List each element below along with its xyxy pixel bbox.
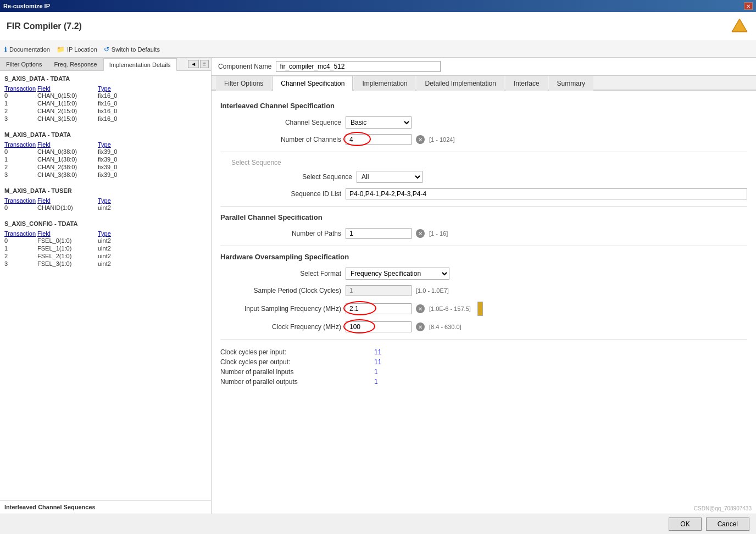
col-transaction-tu[interactable]: Transaction [4, 197, 37, 204]
sample-period-label: Sample Period (Clock Cycles) [220, 287, 341, 294]
parallel-outputs-label: Number of parallel outputs [220, 378, 374, 386]
col-field-m[interactable]: Field [37, 141, 98, 148]
close-button[interactable]: ✕ [744, 2, 753, 10]
freq-slider-indicator[interactable] [477, 302, 483, 316]
number-of-channels-input[interactable] [346, 134, 412, 145]
col-transaction[interactable]: Transaction [4, 85, 37, 92]
col-field-sc[interactable]: Field [37, 230, 98, 237]
tab-implementation-details[interactable]: Implementation Details [103, 58, 177, 71]
summary-section: Clock cycles per input: 11 Clock cycles … [220, 348, 747, 386]
table-row: 0CHAN_0(15:0)fix16_0 [4, 92, 207, 99]
channel-sequence-select[interactable]: Basic Advanced [346, 116, 412, 129]
select-sequence-row: Select Sequence All [231, 171, 747, 183]
clock-freq-clear[interactable]: ✕ [416, 322, 425, 331]
tab-symbol[interactable]: Filter Options [0, 58, 48, 70]
m-axis-tuser-title: M_AXIS_DATA - TUSER [4, 187, 207, 194]
sample-period-range: [1.0 - 1.0E7] [416, 287, 449, 294]
col-transaction-sc[interactable]: Transaction [4, 230, 37, 237]
right-panel: Component Name Filter Options Channel Sp… [212, 58, 756, 514]
input-sampling-freq-input[interactable] [346, 303, 412, 314]
tab-implementation[interactable]: Implementation [354, 76, 415, 91]
main-tabs-bar: Filter Options Channel Specification Imp… [212, 76, 756, 91]
number-of-paths-clear[interactable]: ✕ [416, 229, 425, 238]
title-bar: Re-customize IP ✕ [0, 0, 756, 12]
sequence-id-list-input[interactable] [346, 188, 747, 199]
tab-menu-button[interactable]: ≡ [200, 60, 209, 68]
title-bar-text: Re-customize IP [3, 3, 50, 9]
number-of-channels-label: Number of Channels [220, 136, 341, 143]
m-axis-data-tuser-section: M_AXIS_DATA - TUSER Transaction Field Ty… [4, 187, 207, 212]
sample-period-input[interactable] [346, 285, 412, 296]
clock-cycles-output-label: Clock cycles per output: [220, 358, 374, 366]
clock-cycles-output-value: 11 [374, 358, 381, 366]
channel-sequence-label: Channel Sequence [220, 119, 341, 126]
select-format-select[interactable]: Frequency Specification Hardware Oversam… [346, 268, 449, 280]
component-name-input[interactable] [276, 61, 441, 72]
number-of-paths-input[interactable] [346, 228, 412, 239]
interleaved-channel-sequences-label: Interleaved Channel Sequences [0, 500, 211, 514]
s-axis-data-title: S_AXIS_DATA - TDATA [4, 75, 207, 82]
tab-channel-specification[interactable]: Channel Specification [273, 76, 353, 91]
component-name-label: Component Name [218, 63, 271, 70]
s-axis-config-section: S_AXIS_CONFIG - TDATA Transaction Field … [4, 220, 207, 268]
number-of-channels-range: [1 - 1024] [429, 136, 454, 143]
input-sampling-freq-range: [1.0E-6 - 157.5] [429, 305, 471, 312]
bottom-bar: OK Cancel [0, 514, 756, 534]
parallel-inputs-value: 1 [374, 368, 378, 376]
m-axis-tuser-table: Transaction Field Type 0CHANID(1:0)uint2 [4, 197, 207, 212]
tab-detailed-implementation[interactable]: Detailed Implementation [416, 76, 504, 91]
number-of-paths-row: Number of Paths ✕ [1 - 16] [220, 228, 747, 239]
watermark: CSDN@qq_708907433 [694, 505, 752, 511]
summary-row-1: Clock cycles per input: 11 [220, 348, 747, 356]
number-of-channels-clear[interactable]: ✕ [416, 135, 425, 144]
s-axis-header: Transaction Field Type [4, 85, 207, 92]
sequence-id-list-row: Sequence ID List [220, 188, 747, 199]
clock-freq-input[interactable] [346, 321, 412, 332]
m-axis-data-title: M_AXIS_DATA - TDATA [4, 131, 207, 138]
col-type-m[interactable]: Type [98, 141, 142, 148]
content-area: Filter Options Freq. Response Implementa… [0, 58, 756, 514]
tab-nav: ◄ ≡ [188, 60, 211, 68]
input-sampling-freq-clear[interactable]: ✕ [416, 304, 425, 313]
select-sequence-header: Select Sequence [231, 159, 747, 166]
switch-to-defaults-link[interactable]: ↺ Switch to Defaults [104, 46, 160, 53]
switch-defaults-label: Switch to Defaults [112, 46, 160, 53]
m-axis-header: Transaction Field Type [4, 141, 207, 148]
component-name-bar: Component Name [212, 58, 756, 76]
col-field-tu[interactable]: Field [37, 197, 98, 204]
parallel-section-header: Parallel Channel Specification [220, 213, 747, 221]
s-axis-config-header: Transaction Field Type [4, 230, 207, 237]
number-of-paths-label: Number of Paths [220, 230, 341, 237]
input-freq-wrapper [346, 303, 412, 314]
number-of-paths-range: [1 - 16] [429, 230, 448, 237]
ip-location-link[interactable]: 📁 IP Location [57, 46, 97, 53]
s-axis-data-tdata-section: S_AXIS_DATA - TDATA Transaction Field Ty… [4, 75, 207, 123]
number-of-channels-row: Number of Channels ✕ [1 - 1024] [220, 134, 747, 145]
tab-freq-response[interactable]: Freq. Response [48, 58, 103, 70]
table-row: 1CHAN_1(15:0)fix16_0 [4, 99, 207, 107]
documentation-link[interactable]: ℹ Documentation [4, 46, 50, 53]
tab-summary[interactable]: Summary [549, 76, 593, 91]
clock-cycles-input-label: Clock cycles per input: [220, 348, 374, 356]
select-format-row: Select Format Frequency Specification Ha… [220, 268, 747, 280]
table-row: 3CHAN_3(15:0)fix16_0 [4, 115, 207, 123]
select-sequence-label: Select Sequence [231, 173, 352, 181]
table-row: 2CHAN_2(38:0)fix39_0 [4, 163, 207, 171]
col-type-tu[interactable]: Type [98, 197, 142, 204]
app-logo [730, 16, 749, 36]
tab-filter-options[interactable]: Filter Options [216, 76, 271, 91]
col-type[interactable]: Type [98, 85, 142, 92]
tab-prev-button[interactable]: ◄ [188, 60, 199, 68]
tab-interface[interactable]: Interface [505, 76, 548, 91]
table-row: 3FSEL_3(1:0)uint2 [4, 260, 207, 268]
cancel-button[interactable]: Cancel [706, 518, 749, 531]
table-row: 2CHAN_2(15:0)fix16_0 [4, 107, 207, 115]
col-type-sc[interactable]: Type [98, 230, 142, 237]
ok-button[interactable]: OK [669, 518, 701, 531]
col-transaction-m[interactable]: Transaction [4, 141, 37, 148]
ip-location-label: IP Location [67, 46, 97, 53]
select-sequence-select[interactable]: All [357, 171, 423, 183]
m-axis-tuser-header: Transaction Field Type [4, 197, 207, 204]
table-row: 0FSEL_0(1:0)uint2 [4, 237, 207, 244]
col-field[interactable]: Field [37, 85, 98, 92]
